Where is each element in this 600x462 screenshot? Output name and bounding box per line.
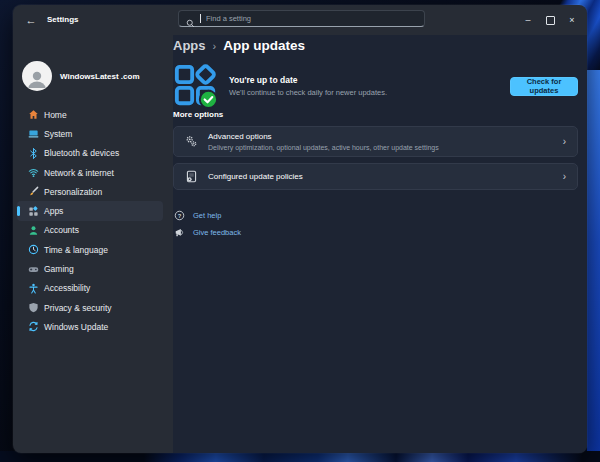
personalization-icon: [28, 186, 39, 197]
back-button[interactable]: ←: [23, 12, 39, 28]
sidebar-item-label: Apps: [44, 206, 63, 216]
minimize-button[interactable]: –: [517, 5, 539, 35]
sidebar-item-label: Accessibility: [44, 283, 90, 293]
app-updates-check-icon: [173, 63, 219, 109]
check-for-updates-button[interactable]: Check for updates: [510, 77, 578, 96]
policy-icon: [185, 170, 198, 183]
sidebar-item-label: Personalization: [44, 187, 102, 197]
sidebar-item-label: Time & language: [44, 245, 108, 255]
sidebar-item-label: Network & internet: [44, 168, 114, 178]
sidebar-item-label: Privacy & security: [44, 303, 112, 313]
wallpaper-ribbon-right: [587, 70, 600, 454]
sidebar-item-label: Bluetooth & devices: [44, 148, 119, 158]
sidebar-item-label: Windows Update: [44, 322, 108, 332]
sidebar-item-bluetooth-devices[interactable]: Bluetooth & devices: [17, 144, 163, 163]
sidebar-item-system[interactable]: System: [17, 124, 163, 143]
sidebar-item-accounts[interactable]: Accounts: [17, 221, 163, 240]
privacy-icon: [28, 302, 39, 313]
gaming-icon: [28, 264, 39, 275]
close-icon: ×: [569, 15, 574, 25]
accessibility-icon: [28, 283, 39, 294]
page-title: App updates: [223, 38, 305, 53]
chevron-right-icon: ›: [563, 137, 566, 147]
sidebar-item-time-language[interactable]: Time & language: [17, 240, 163, 259]
update-status-hero: You're up to date We'll continue to chec…: [173, 62, 578, 110]
home-icon: [28, 109, 39, 120]
search-input[interactable]: [206, 14, 417, 23]
breadcrumb: Apps › App updates: [173, 38, 305, 53]
time-language-icon: [28, 244, 39, 255]
give-feedback-link[interactable]: Give feedback: [174, 224, 241, 241]
breadcrumb-separator-icon: ›: [213, 40, 217, 52]
network-icon: [28, 167, 39, 178]
close-button[interactable]: ×: [561, 5, 583, 35]
settings-window: ← Settings – ×: [13, 5, 587, 453]
gears-icon: [185, 135, 198, 148]
avatar: [22, 61, 52, 91]
update-status-title: You're up to date: [229, 75, 387, 85]
sidebar-item-label: Accounts: [44, 225, 79, 235]
chevron-right-icon: ›: [563, 172, 566, 182]
more-options-heading: More options: [173, 110, 223, 119]
content-pane: Apps › App updates: [173, 35, 587, 453]
apps-icon: [28, 206, 39, 217]
update-status-subtitle: We'll continue to check daily for newer …: [229, 88, 387, 97]
get-help-label: Get help: [193, 211, 221, 220]
sidebar-item-home[interactable]: Home: [17, 105, 163, 124]
search-box[interactable]: [178, 10, 425, 27]
advanced-options-card[interactable]: Advanced options Delivery optimization, …: [173, 126, 578, 157]
window-controls: – ×: [517, 5, 583, 35]
minimize-icon: –: [525, 15, 530, 25]
advanced-options-title: Advanced options: [208, 132, 439, 141]
sidebar-item-network-internet[interactable]: Network & internet: [17, 163, 163, 182]
svg-text:?: ?: [178, 213, 182, 219]
configured-update-policies-title: Configured update policies: [208, 172, 303, 181]
back-arrow-icon: ←: [26, 14, 37, 26]
accounts-icon: [28, 225, 39, 236]
sidebar: WindowsLatest .com HomeSystemBluetooth &…: [13, 35, 173, 453]
bluetooth-icon: [28, 148, 39, 159]
search-icon: [186, 14, 195, 23]
sidebar-item-accessibility[interactable]: Accessibility: [17, 279, 163, 298]
breadcrumb-apps[interactable]: Apps: [173, 38, 206, 53]
configured-update-policies-card[interactable]: Configured update policies ›: [173, 163, 578, 190]
text-cursor: [200, 14, 201, 23]
windows-update-icon: [28, 321, 39, 332]
sidebar-item-label: Home: [44, 110, 67, 120]
maximize-button[interactable]: [539, 5, 561, 35]
footer-links: ? Get help Give feedback: [174, 207, 241, 241]
sidebar-item-label: Gaming: [44, 264, 74, 274]
sidebar-item-personalization[interactable]: Personalization: [17, 182, 163, 201]
profile-name: WindowsLatest .com: [60, 72, 140, 81]
maximize-icon: [546, 16, 555, 25]
sidebar-item-apps[interactable]: Apps: [17, 201, 163, 220]
app-title: Settings: [47, 15, 79, 24]
sidebar-item-windows-update[interactable]: Windows Update: [17, 317, 163, 336]
feedback-icon: [174, 227, 185, 238]
sidebar-item-gaming[interactable]: Gaming: [17, 259, 163, 278]
advanced-options-subtitle: Delivery optimization, optional updates,…: [208, 144, 439, 151]
sidebar-nav: HomeSystemBluetooth & devicesNetwork & i…: [17, 105, 163, 337]
profile-section[interactable]: WindowsLatest .com: [22, 61, 140, 91]
sidebar-item-privacy-security[interactable]: Privacy & security: [17, 298, 163, 317]
sidebar-item-label: System: [44, 129, 72, 139]
get-help-link[interactable]: ? Get help: [174, 207, 241, 224]
help-icon: ?: [174, 210, 185, 221]
system-icon: [28, 128, 39, 139]
titlebar[interactable]: ← Settings – ×: [13, 5, 587, 35]
give-feedback-label: Give feedback: [193, 228, 241, 237]
